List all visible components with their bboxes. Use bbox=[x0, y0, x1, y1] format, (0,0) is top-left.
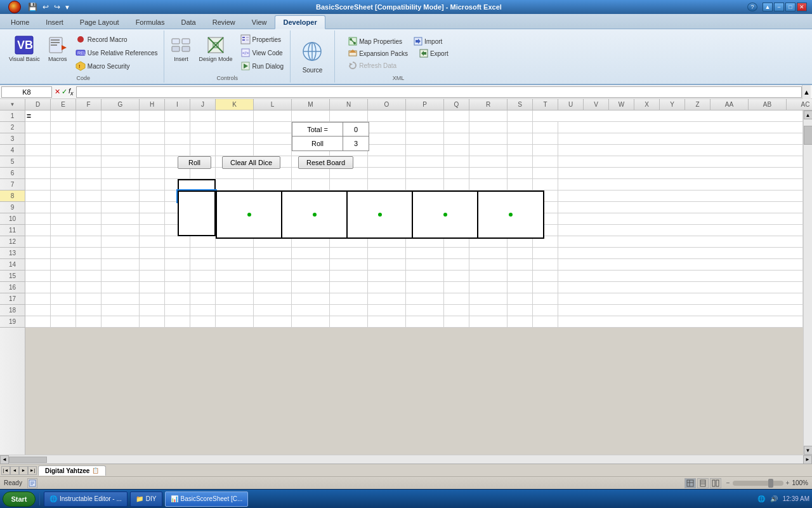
cell-r4-c16[interactable] bbox=[533, 145, 558, 156]
scrollbar-horizontal[interactable]: ◄ ► bbox=[0, 455, 812, 464]
scroll-up-btn[interactable]: ▲ bbox=[804, 110, 813, 119]
cell-r3-c2[interactable] bbox=[76, 133, 102, 145]
cell-r14-c1[interactable] bbox=[51, 259, 76, 271]
cell-r6-c7[interactable] bbox=[216, 168, 254, 179]
cell-r14-c8[interactable] bbox=[254, 259, 292, 271]
cell-r18-c9[interactable] bbox=[292, 305, 330, 316]
cell-r18-c8[interactable] bbox=[254, 305, 292, 316]
col-header-Q[interactable]: Q bbox=[444, 99, 469, 110]
cell-r13-c7[interactable] bbox=[216, 248, 254, 259]
cell-r19-rest[interactable] bbox=[558, 316, 803, 328]
cell-r4-c4[interactable] bbox=[140, 145, 165, 156]
corner-cell[interactable]: ▼ bbox=[0, 99, 25, 110]
page-break-view-btn[interactable] bbox=[710, 478, 721, 488]
cell-r3-c6[interactable] bbox=[190, 133, 216, 145]
row-header-2[interactable]: 2 bbox=[0, 122, 25, 133]
cell-r17-c5[interactable] bbox=[165, 293, 190, 305]
cell-r17-c13[interactable] bbox=[444, 293, 469, 305]
zoom-slider[interactable] bbox=[733, 481, 783, 486]
cell-r13-c12[interactable] bbox=[406, 248, 444, 259]
cell-r17-c12[interactable] bbox=[406, 293, 444, 305]
cell-r11-c2[interactable] bbox=[76, 225, 102, 236]
cell-r5-c12[interactable] bbox=[406, 156, 444, 168]
cell-r17-c4[interactable] bbox=[140, 293, 165, 305]
cell-r2-c6[interactable] bbox=[190, 122, 216, 133]
cell-r2-c0[interactable] bbox=[25, 122, 51, 133]
col-header-O[interactable]: O bbox=[368, 99, 406, 110]
cell-r18-c2[interactable] bbox=[76, 305, 102, 316]
cell-r16-c8[interactable] bbox=[254, 282, 292, 293]
cell-r7-c14[interactable] bbox=[469, 179, 508, 190]
cell-r7-c15[interactable] bbox=[508, 179, 533, 190]
col-header-AC[interactable]: AC bbox=[787, 99, 812, 110]
cell-r13-c14[interactable] bbox=[469, 248, 508, 259]
cell-r3-rest[interactable] bbox=[558, 133, 803, 145]
cell-r18-c1[interactable] bbox=[51, 305, 76, 316]
cell-r7-c8[interactable] bbox=[254, 179, 292, 190]
cell-r16-c2[interactable] bbox=[76, 282, 102, 293]
row-header-9[interactable]: 9 bbox=[0, 202, 25, 213]
cell-r16-c15[interactable] bbox=[508, 282, 533, 293]
cell-r17-c9[interactable] bbox=[292, 293, 330, 305]
cell-r17-c3[interactable] bbox=[102, 293, 140, 305]
insert-controls-btn[interactable]: Insert bbox=[168, 33, 193, 65]
cell-r17-c15[interactable] bbox=[508, 293, 533, 305]
cell-K1[interactable] bbox=[216, 110, 254, 122]
sheet-tab-digital-yahtzee[interactable]: Digital Yahtzee 📋 bbox=[38, 465, 106, 476]
cell-r9-rest[interactable] bbox=[558, 202, 803, 213]
cell-r2-c12[interactable] bbox=[406, 122, 444, 133]
cell-r6-c2[interactable] bbox=[76, 168, 102, 179]
cell-r14-c9[interactable] bbox=[292, 259, 330, 271]
col-header-R[interactable]: R bbox=[469, 99, 508, 110]
scroll-thumb-v[interactable] bbox=[804, 126, 813, 145]
cell-r19-c14[interactable] bbox=[469, 316, 508, 328]
cell-r13-c16[interactable] bbox=[533, 248, 558, 259]
cell-r6-c8[interactable] bbox=[254, 168, 292, 179]
cell-r5-c0[interactable] bbox=[25, 156, 51, 168]
cell-r9-c1[interactable] bbox=[51, 202, 76, 213]
cell-r2-c11[interactable] bbox=[368, 122, 406, 133]
cell-r15-c0[interactable] bbox=[25, 271, 51, 282]
cell-r6-c9[interactable] bbox=[292, 168, 330, 179]
cell-r9-c3[interactable] bbox=[102, 202, 140, 213]
cell-r19-c9[interactable] bbox=[292, 316, 330, 328]
cell-E1[interactable] bbox=[51, 110, 76, 122]
cell-r4-c2[interactable] bbox=[76, 145, 102, 156]
col-header-J[interactable]: J bbox=[190, 99, 216, 110]
cell-r11-c1[interactable] bbox=[51, 225, 76, 236]
col-header-F[interactable]: F bbox=[76, 99, 102, 110]
col-header-L[interactable]: L bbox=[254, 99, 292, 110]
cell-r9-c4[interactable] bbox=[140, 202, 165, 213]
cell-r16-c13[interactable] bbox=[444, 282, 469, 293]
cell-r19-c10[interactable] bbox=[330, 316, 368, 328]
quick-save-icon[interactable]: 💾 bbox=[28, 3, 37, 11]
cell-Q1[interactable] bbox=[444, 110, 469, 122]
cell-r3-c8[interactable] bbox=[254, 133, 292, 145]
die-2[interactable] bbox=[282, 192, 348, 237]
cell-r4-c6[interactable] bbox=[190, 145, 216, 156]
cell-r8-c4[interactable] bbox=[140, 190, 165, 202]
taskbar-excel[interactable]: 📊 BasicScoreSheet [C... bbox=[165, 491, 249, 507]
scroll-down-btn[interactable]: ▼ bbox=[804, 446, 813, 455]
cell-r16-c11[interactable] bbox=[368, 282, 406, 293]
cell-r8-c0[interactable] bbox=[25, 190, 51, 202]
cell-r8-rest[interactable] bbox=[558, 190, 803, 202]
start-button[interactable]: Start bbox=[3, 491, 36, 507]
cell-r6-c16[interactable] bbox=[533, 168, 558, 179]
cell-r13-c13[interactable] bbox=[444, 248, 469, 259]
cell-r13-c8[interactable] bbox=[254, 248, 292, 259]
row-header-14[interactable]: 14 bbox=[0, 259, 25, 271]
cell-r19-c15[interactable] bbox=[508, 316, 533, 328]
cell-r13-c15[interactable] bbox=[508, 248, 533, 259]
zoom-thumb[interactable] bbox=[768, 479, 773, 488]
cell-r19-c12[interactable] bbox=[406, 316, 444, 328]
cell-r15-c13[interactable] bbox=[444, 271, 469, 282]
cell-r12-rest[interactable] bbox=[558, 236, 803, 248]
minimize-btn[interactable]: − bbox=[774, 3, 784, 11]
cell-r13-c5[interactable] bbox=[165, 248, 190, 259]
normal-view-btn[interactable] bbox=[684, 478, 696, 488]
cell-r17-c2[interactable] bbox=[76, 293, 102, 305]
cell-r6-c3[interactable] bbox=[102, 168, 140, 179]
cell-r19-c8[interactable] bbox=[254, 316, 292, 328]
scroll-thumb-h[interactable] bbox=[9, 457, 47, 463]
